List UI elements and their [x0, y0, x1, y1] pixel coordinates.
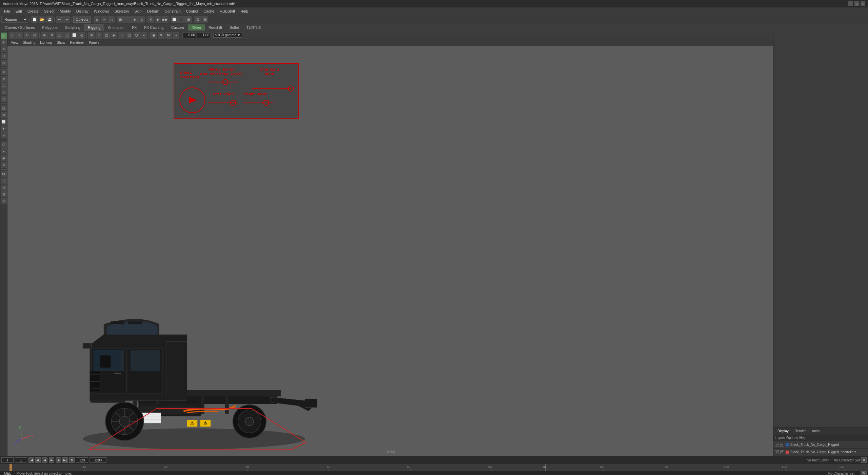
cam-translate-icon[interactable]: ✛	[16, 32, 23, 39]
move-tool[interactable]: ✛	[1, 39, 7, 45]
number-field-1[interactable]: 0.00	[182, 33, 196, 38]
number-field-2[interactable]: 1.00	[197, 33, 210, 38]
layer-opt-options[interactable]: Options	[786, 436, 798, 440]
select-tool[interactable]: ▷	[1, 33, 7, 39]
frame-end-input[interactable]	[76, 457, 88, 463]
menu-skin[interactable]: Skin	[132, 8, 144, 14]
go-end-btn[interactable]: ▶|	[62, 457, 68, 463]
render-icon[interactable]: ▶	[155, 16, 161, 23]
close-button[interactable]: ✕	[861, 1, 865, 6]
vptb-icon5[interactable]: ⬜	[71, 32, 78, 39]
status-settings-btn[interactable]: ⚙	[861, 471, 867, 475]
tab-sculpting[interactable]: Sculpting	[61, 24, 84, 31]
view-tool3[interactable]: ⬜	[1, 119, 7, 125]
menu-edit[interactable]: Edit	[13, 8, 25, 14]
sculpt-tool[interactable]: ⌁	[1, 148, 7, 154]
objects-button[interactable]: Objects	[73, 16, 91, 23]
lasso-icon[interactable]: ◻	[108, 16, 115, 23]
menu-windows[interactable]: Windows	[91, 8, 112, 14]
layer-vis-1[interactable]: V	[775, 443, 779, 447]
layer-vis-2[interactable]: V	[775, 450, 779, 454]
module-dropdown[interactable]: Rigging Polygons Animation	[1, 16, 28, 23]
tab-redshift[interactable]: Redshift	[205, 24, 226, 31]
timeline-settings-btn[interactable]: ⚙	[861, 457, 867, 463]
custom-tool4[interactable]: ◻	[1, 96, 7, 102]
vptb-icon16[interactable]: ⊛	[158, 32, 164, 39]
menu-constrain[interactable]: Constrain	[162, 8, 183, 14]
vptb-icon2[interactable]: ⊗	[48, 32, 55, 39]
snap-grid-icon[interactable]: ⊞	[117, 16, 124, 23]
menu-file[interactable]: File	[1, 8, 13, 14]
vptb-icon9[interactable]: ◻	[103, 32, 110, 39]
soft-select-tool[interactable]: ◎	[1, 60, 7, 66]
layer-tab-render[interactable]: Render	[792, 429, 809, 434]
menu-create[interactable]: Create	[25, 8, 41, 14]
maximize-button[interactable]: □	[854, 1, 859, 6]
tab-rigging[interactable]: Rigging	[84, 24, 104, 31]
tab-bullet[interactable]: Bullet	[226, 24, 243, 31]
select-tool-icon[interactable]: ◈	[94, 16, 100, 23]
menu-rbdshift[interactable]: RBDShift	[217, 8, 238, 14]
tab-custom[interactable]: Custom	[167, 24, 188, 31]
constraint-tool[interactable]: ⊣	[1, 185, 7, 191]
texture-icon[interactable]: ▤	[201, 16, 208, 23]
frame-end2-input[interactable]	[90, 457, 106, 463]
xray-icon[interactable]: ⊡	[194, 16, 201, 23]
menu-modify[interactable]: Modify	[57, 8, 73, 14]
scale-tool[interactable]: ⊡	[1, 53, 7, 59]
tab-polygons[interactable]: Polygons	[38, 24, 61, 31]
vptb-icon14[interactable]: ⌁	[140, 32, 147, 39]
layer-p-2[interactable]: P	[780, 450, 784, 454]
tab-curves-surfaces[interactable]: Curves / Surfaces	[1, 24, 38, 31]
window-controls[interactable]: ─ □ ✕	[848, 1, 865, 6]
go-start-btn[interactable]: |◀	[28, 457, 34, 463]
view-tool2[interactable]: ⊞	[1, 112, 7, 118]
layer-opt-layers[interactable]: Layers	[775, 436, 785, 440]
vptb-icon10[interactable]: ◈	[111, 32, 117, 39]
cam-scale-icon[interactable]: ⊡	[31, 32, 38, 39]
misc-tool[interactable]: ⊙	[1, 198, 7, 204]
vptb-icon4[interactable]: ▢	[63, 32, 70, 39]
show-manip-tool[interactable]: ⊕	[1, 69, 7, 75]
rotate-tool[interactable]: ↻	[1, 46, 7, 52]
new-file-icon[interactable]: 📄	[31, 16, 38, 23]
cam-select-icon[interactable]: ▷	[9, 32, 16, 39]
display1-icon[interactable]: ⬜	[171, 16, 178, 23]
vptb-icon18[interactable]: ⊸	[173, 32, 179, 39]
layer-tab-anim[interactable]: Anim	[809, 429, 823, 434]
menu-deform[interactable]: Deform	[144, 8, 162, 14]
snap-curve-icon[interactable]: ⌒	[124, 16, 131, 23]
vptb-icon3[interactable]: △	[56, 32, 63, 39]
frame-start-input[interactable]	[1, 457, 14, 463]
tab-turtle[interactable]: TURTLE	[243, 24, 265, 31]
layer-tab-display[interactable]: Display	[775, 429, 791, 434]
custom-tool2[interactable]: △	[1, 82, 7, 89]
vp-menu-view[interactable]: View	[9, 40, 20, 45]
menu-help[interactable]: Help	[238, 8, 251, 14]
vptb-icon6[interactable]: ◎	[78, 32, 85, 39]
open-file-icon[interactable]: 📂	[39, 16, 45, 23]
tab-xgen[interactable]: XGen	[188, 24, 205, 31]
viewport-canvas[interactable]: wheel rotation wheel turns and steering …	[7, 46, 773, 456]
layer-item-2[interactable]: V P Black_Truck_No_Cargo_Rigged_controll…	[773, 449, 868, 456]
view-tool1[interactable]: ▢	[1, 105, 7, 111]
skeleton-tool[interactable]: ⋈	[1, 171, 7, 177]
blend-tool[interactable]: ⊛	[1, 162, 7, 168]
vptb-icon1[interactable]: ⊕	[41, 32, 48, 39]
step-back-btn[interactable]: ◀|	[35, 457, 41, 463]
tab-fx-caching[interactable]: FX Caching	[140, 24, 167, 31]
custom-tool1[interactable]: ⊗	[1, 76, 7, 82]
vp-menu-renderer[interactable]: Renderer	[68, 40, 86, 45]
minimize-button[interactable]: ─	[848, 1, 853, 6]
loop-btn[interactable]: ↻	[69, 457, 75, 463]
view-tool5[interactable]: ⊿	[1, 132, 7, 138]
vp-menu-panels[interactable]: Panels	[87, 40, 101, 45]
tab-fx[interactable]: FX	[128, 24, 140, 31]
vptb-icon17[interactable]: ⋈	[165, 32, 172, 39]
ik-tool[interactable]: ⊸	[1, 178, 7, 184]
deform-tool[interactable]: ⊡	[1, 191, 7, 197]
tab-animation[interactable]: Animation	[104, 24, 128, 31]
save-file-icon[interactable]: 💾	[46, 16, 53, 23]
custom-tool3[interactable]: ∿	[1, 89, 7, 95]
display3-icon[interactable]: ▦	[185, 16, 192, 23]
